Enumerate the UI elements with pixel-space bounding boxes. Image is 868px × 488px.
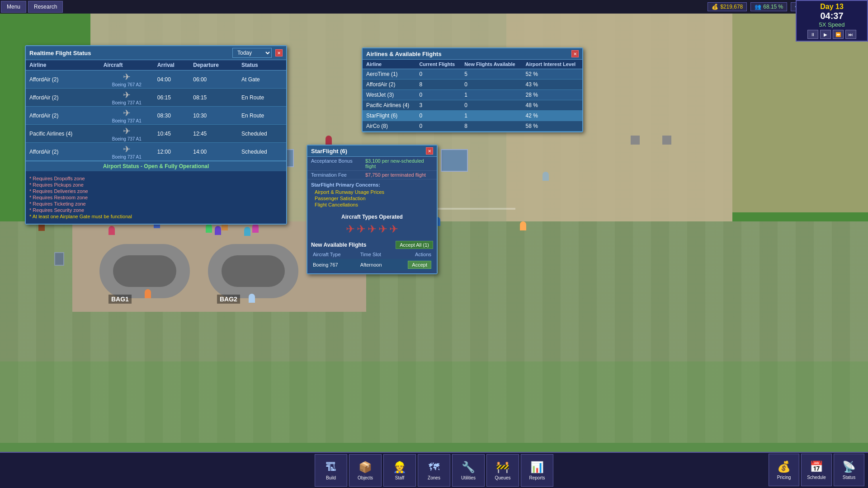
airline-interest: 43 % bbox=[522, 80, 582, 90]
termination-value: $7,750 per terminated flight bbox=[365, 172, 426, 178]
requirement-item: * Requires Restroom zone bbox=[29, 195, 283, 200]
new-flight-slot: Afternoon bbox=[360, 262, 408, 267]
pricing-label: Pricing bbox=[777, 475, 791, 480]
build-icon: 🏗 bbox=[326, 461, 336, 474]
termination-label: Termination Fee bbox=[311, 172, 365, 178]
toolbar-btn-staff[interactable]: 👷 Staff bbox=[383, 454, 416, 487]
flight-row[interactable]: Pacific Airlines (4) ✈Boeing 737 A1 10:4… bbox=[26, 125, 286, 143]
toolbar-btn-objects[interactable]: 📦 Objects bbox=[349, 454, 382, 487]
flight-status-close[interactable]: ✕ bbox=[275, 49, 283, 56]
flight-arrival: 12:00 bbox=[154, 143, 189, 161]
build-label: Build bbox=[326, 475, 336, 480]
airline-new: 1 bbox=[461, 90, 522, 100]
person-fr1 bbox=[520, 221, 526, 230]
person-10 bbox=[145, 289, 151, 298]
airline-name: StarFlight (6) bbox=[363, 111, 415, 121]
accept-flight-button[interactable]: Accept bbox=[408, 261, 431, 269]
flight-status: En Route bbox=[238, 107, 286, 125]
airline-name: AffordAir (2) bbox=[363, 80, 415, 90]
airline-row[interactable]: AirCo (8) 0 8 58 % bbox=[363, 121, 582, 131]
flight-departure: 06:00 bbox=[189, 70, 238, 89]
flight-row[interactable]: AffordAir (2) ✈Boeing 737 A1 08:30 10:30… bbox=[26, 107, 286, 125]
flight-row[interactable]: AffordAir (2) ✈Boeing 737 A1 06:15 08:15… bbox=[26, 89, 286, 107]
right-btn-status[interactable]: 📡 Status bbox=[834, 454, 864, 486]
checkin-2 bbox=[441, 149, 468, 172]
right-btn-pricing[interactable]: 💰 Pricing bbox=[769, 454, 799, 486]
conveyor-inner-2 bbox=[222, 255, 285, 287]
menu-button[interactable]: Menu bbox=[1, 1, 26, 13]
airline-row[interactable]: AeroTime (1) 0 5 52 % bbox=[363, 69, 582, 80]
right-btn-schedule[interactable]: 📅 Schedule bbox=[801, 454, 832, 486]
fast-button[interactable]: ⏩ bbox=[833, 30, 844, 39]
airlines-col-current: Current Flights bbox=[415, 60, 461, 69]
starflight-close[interactable]: ✕ bbox=[426, 147, 433, 155]
airline-new: 8 bbox=[461, 121, 522, 131]
money-stat: 💰 $219,678 bbox=[708, 2, 747, 11]
person-r3 bbox=[326, 136, 332, 145]
toolbar-btn-reports[interactable]: 📊 Reports bbox=[521, 454, 553, 487]
utilities-icon: 🔧 bbox=[462, 461, 475, 474]
accept-all-button[interactable]: Accept All (1) bbox=[396, 241, 433, 249]
money-value: $219,678 bbox=[720, 4, 743, 10]
airline-row[interactable]: StarFlight (6) 0 1 42 % bbox=[363, 111, 582, 121]
flight-departure: 14:00 bbox=[189, 143, 238, 161]
new-flights-list: Boeing 767 Afternoon Accept bbox=[311, 259, 433, 271]
flight-status: Scheduled bbox=[238, 143, 286, 161]
flight-departure: 10:30 bbox=[189, 107, 238, 125]
airline-current: 0 bbox=[415, 111, 461, 121]
airline-new: 0 bbox=[461, 100, 522, 111]
toolbar-btn-queues[interactable]: 🚧 Queues bbox=[486, 454, 519, 487]
flight-status-title: Realtime Flight Status bbox=[29, 50, 91, 56]
toolbar-btn-zones[interactable]: 🗺 Zones bbox=[418, 454, 450, 487]
research-button[interactable]: Research bbox=[28, 1, 63, 13]
day-dropdown[interactable]: Today Tomorrow Yesterday bbox=[232, 48, 272, 58]
flight-col-slot: Time Slot bbox=[360, 252, 408, 257]
flight-arrival: 04:00 bbox=[154, 70, 189, 89]
flight-col-type: Aircraft Type bbox=[313, 252, 360, 257]
airlines-close[interactable]: ✕ bbox=[571, 50, 579, 57]
starflight-title-bar: StarFlight (6) ✕ bbox=[307, 145, 437, 157]
play-button[interactable]: ▶ bbox=[820, 30, 831, 39]
aircraft-type-icon: ✈ bbox=[378, 223, 387, 235]
airline-current: 3 bbox=[415, 100, 461, 111]
pause-button[interactable]: ⏸ bbox=[807, 30, 818, 39]
flight-aircraft: ✈Boeing 737 A1 bbox=[100, 107, 154, 125]
title-bar-extra: Today Tomorrow Yesterday ✕ bbox=[232, 48, 283, 58]
airline-row[interactable]: AffordAir (2) 8 0 43 % bbox=[363, 80, 582, 90]
flight-airline: AffordAir (2) bbox=[26, 143, 100, 161]
airline-row[interactable]: Pacific Airlines (4) 3 0 48 % bbox=[363, 100, 582, 111]
day-panel: Day 13 04:37 5X Speed ⏸ ▶ ⏩ ⏭ bbox=[796, 0, 868, 42]
aircraft-icons-row: ✈✈✈✈✈ bbox=[311, 223, 433, 235]
queues-icon: 🚧 bbox=[496, 461, 509, 474]
schedule-icon: 📅 bbox=[810, 460, 823, 473]
person-9 bbox=[249, 294, 255, 303]
airline-row[interactable]: WestJet (3) 0 1 28 % bbox=[363, 90, 582, 100]
speed-controls: ⏸ ▶ ⏩ ⏭ bbox=[798, 30, 865, 39]
flight-departure: 12:45 bbox=[189, 125, 238, 143]
concerns-title: StarFlight Primary Concerns: bbox=[311, 182, 433, 188]
toolbar-btn-utilities[interactable]: 🔧 Utilities bbox=[452, 454, 485, 487]
queues-label: Queues bbox=[495, 475, 510, 480]
flight-airline: Pacific Airlines (4) bbox=[26, 125, 100, 143]
requirement-item: * At least one Airplane Gate must be fun… bbox=[29, 214, 283, 219]
airline-current: 0 bbox=[415, 69, 461, 80]
concerns-list: Airport & Runway Usage PricesPassenger S… bbox=[311, 189, 433, 207]
toolbar-btn-build[interactable]: 🏗 Build bbox=[315, 454, 347, 487]
person-3 bbox=[108, 226, 115, 235]
airline-current: 8 bbox=[415, 80, 461, 90]
termination-fee-row: Termination Fee $7,750 per terminated fl… bbox=[307, 171, 437, 179]
starflight-window: StarFlight (6) ✕ Acceptance Bonus $3,100… bbox=[307, 145, 438, 274]
airline-interest: 58 % bbox=[522, 121, 582, 131]
flight-status: En Route bbox=[238, 89, 286, 107]
gates-area bbox=[732, 14, 868, 212]
flight-row[interactable]: AffordAir (2) ✈Boeing 767 A2 04:00 06:00… bbox=[26, 70, 286, 89]
staff-icon: 👷 bbox=[393, 461, 406, 474]
flight-row[interactable]: AffordAir (2) ✈Boeing 737 A1 12:00 14:00… bbox=[26, 143, 286, 161]
fastest-button[interactable]: ⏭ bbox=[845, 30, 856, 39]
airline-name: AirCo (8) bbox=[363, 121, 415, 131]
flight-aircraft: ✈Boeing 767 A2 bbox=[100, 70, 154, 89]
zones-icon: 🗺 bbox=[429, 461, 439, 474]
staff-label: Staff bbox=[395, 475, 404, 480]
flight-arrival: 08:30 bbox=[154, 107, 189, 125]
pax-value: 68.15 % bbox=[763, 4, 783, 10]
